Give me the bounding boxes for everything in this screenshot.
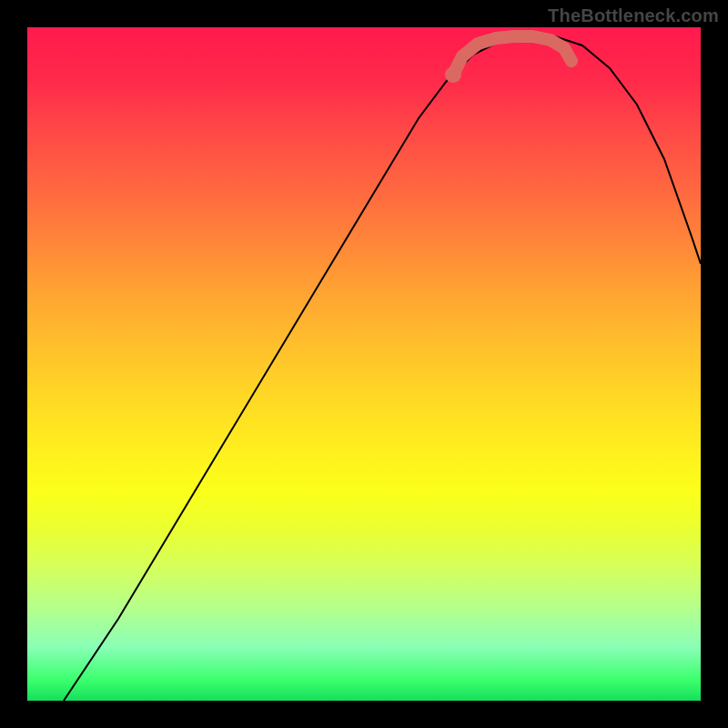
chart-frame: TheBottleneck.com	[0, 0, 728, 728]
optimal-highlight	[453, 36, 571, 75]
plot-area	[27, 27, 701, 701]
bottleneck-curve	[64, 36, 701, 701]
watermark-text: TheBottleneck.com	[548, 5, 719, 26]
highlight-start-dot	[445, 66, 461, 83]
chart-overlay	[27, 27, 701, 701]
